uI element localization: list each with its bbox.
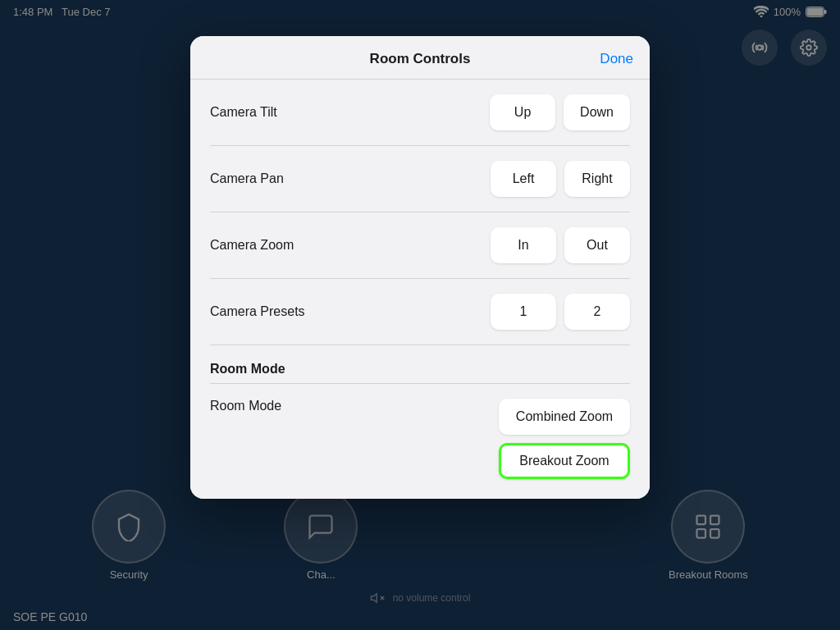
camera-presets-buttons: 1 2 xyxy=(491,294,630,330)
camera-tilt-buttons: Up Down xyxy=(490,94,630,130)
modal-title: Room Controls xyxy=(370,51,471,67)
camera-zoom-row: Camera Zoom In Out xyxy=(210,212,630,279)
camera-pan-row: Camera Pan Left Right xyxy=(210,146,630,212)
camera-pan-buttons: Left Right xyxy=(491,161,630,197)
camera-zoom-out-button[interactable]: Out xyxy=(564,227,630,263)
modal-body: Camera Tilt Up Down Camera Pan Left Righ… xyxy=(190,80,650,499)
room-mode-label: Room Mode xyxy=(210,399,281,413)
camera-tilt-row: Camera Tilt Up Down xyxy=(210,80,630,146)
camera-pan-label: Camera Pan xyxy=(210,171,284,186)
camera-zoom-in-button[interactable]: In xyxy=(491,227,556,263)
done-button[interactable]: Done xyxy=(600,51,633,67)
room-mode-section-header: Room Mode xyxy=(210,345,630,384)
camera-pan-right-button[interactable]: Right xyxy=(564,161,630,197)
camera-presets-label: Camera Presets xyxy=(210,304,305,319)
camera-preset-1-button[interactable]: 1 xyxy=(491,294,556,330)
combined-zoom-button[interactable]: Combined Zoom xyxy=(499,399,630,435)
camera-tilt-up-button[interactable]: Up xyxy=(490,94,555,130)
camera-tilt-down-button[interactable]: Down xyxy=(564,94,630,130)
camera-pan-left-button[interactable]: Left xyxy=(491,161,556,197)
modal-header: Room Controls Done xyxy=(190,36,650,80)
room-mode-buttons: Combined Zoom Breakout Zoom xyxy=(499,399,630,479)
camera-preset-2-button[interactable]: 2 xyxy=(564,294,630,330)
camera-zoom-label: Camera Zoom xyxy=(210,238,294,253)
camera-tilt-label: Camera Tilt xyxy=(210,105,277,120)
camera-zoom-buttons: In Out xyxy=(491,227,630,263)
room-controls-modal: Room Controls Done Camera Tilt Up Down C… xyxy=(190,36,650,499)
breakout-zoom-button[interactable]: Breakout Zoom xyxy=(499,443,630,479)
camera-presets-row: Camera Presets 1 2 xyxy=(210,279,630,345)
room-mode-row: Room Mode Combined Zoom Breakout Zoom xyxy=(210,384,630,479)
